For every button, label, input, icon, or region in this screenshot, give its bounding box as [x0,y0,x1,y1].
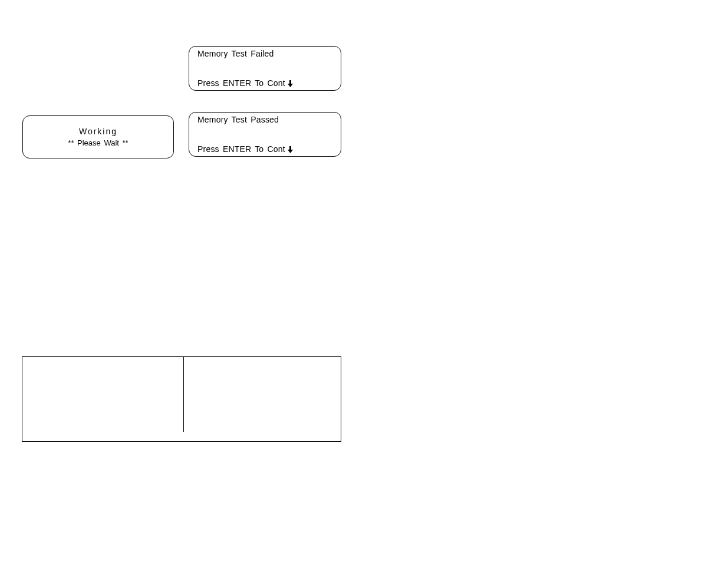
lcd-memory-failed-prompt: Press ENTER To Cont [197,78,293,88]
table-divider [183,357,184,432]
lcd-memory-failed-content: Memory Test Failed Press ENTER To Cont [189,47,341,90]
lcd-memory-passed-prompt-text: Press ENTER To Cont [197,144,285,154]
lcd-working-line2: ** Please Wait ** [68,138,128,147]
lcd-memory-passed-content: Memory Test Passed Press ENTER To Cont [189,113,341,156]
lcd-working-content: Working ** Please Wait ** [23,116,173,158]
down-arrow-icon [288,145,293,153]
lcd-memory-failed-title: Memory Test Failed [197,49,274,58]
down-arrow-icon [288,79,293,87]
lcd-working-line1: Working [79,127,117,136]
lcd-memory-passed-prompt: Press ENTER To Cont [197,144,293,154]
lcd-working: Working ** Please Wait ** [22,115,174,158]
svg-rect-0 [289,80,291,84]
lcd-memory-passed-title: Memory Test Passed [197,115,279,124]
lcd-memory-passed: Memory Test Passed Press ENTER To Cont [189,112,341,157]
lcd-memory-failed: Memory Test Failed Press ENTER To Cont [189,46,341,91]
svg-marker-3 [288,150,293,153]
lcd-memory-failed-prompt-text: Press ENTER To Cont [197,78,285,88]
svg-marker-1 [288,84,293,87]
svg-rect-2 [289,146,291,150]
empty-table [22,356,341,442]
